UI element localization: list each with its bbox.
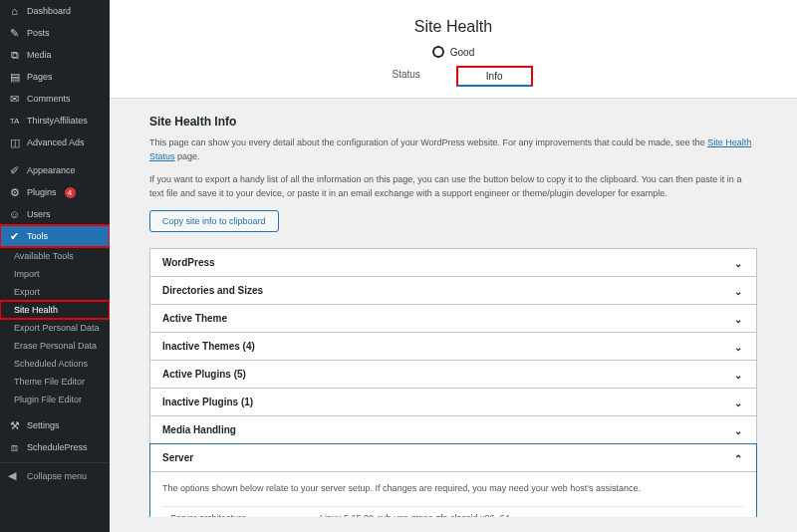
chevron-down-icon: ⌄: [734, 370, 744, 380]
gear-icon: ⚒: [8, 419, 21, 432]
menu-pages[interactable]: ▤Pages: [0, 66, 110, 88]
sub-export[interactable]: Export: [0, 283, 110, 301]
sub-erase-personal[interactable]: Erase Personal Data: [0, 337, 110, 355]
row-server-arch: Server architectureLinux 5.15.80-ovh-vps…: [162, 506, 744, 517]
server-table: Server architectureLinux 5.15.80-ovh-vps…: [162, 506, 744, 518]
chevron-down-icon: ⌄: [734, 258, 744, 268]
collapse-menu[interactable]: ◀Collapse menu: [0, 462, 110, 488]
pin-icon: ✎: [8, 27, 21, 40]
intro-p2: If you want to export a handy list of al…: [149, 173, 757, 200]
chevron-up-icon: ⌃: [734, 453, 744, 463]
menu-plugins[interactable]: ⚙Plugins4: [0, 181, 110, 203]
chevron-down-icon: ⌄: [734, 342, 744, 352]
calendar-icon: ⧈: [8, 441, 21, 454]
tab-status[interactable]: Status: [374, 64, 437, 88]
server-desc: The options shown below relate to your s…: [162, 482, 744, 496]
sub-theme-editor[interactable]: Theme File Editor: [0, 373, 110, 391]
chevron-down-icon: ⌄: [734, 425, 744, 435]
sub-plugin-editor[interactable]: Plugin File Editor: [0, 391, 110, 408]
health-circle-icon: [432, 46, 444, 58]
sub-scheduled-actions[interactable]: Scheduled Actions: [0, 355, 110, 373]
sub-available-tools[interactable]: Available Tools: [0, 247, 110, 265]
sub-site-health[interactable]: Site Health: [0, 301, 110, 319]
menu-dashboard[interactable]: ⌂Dashboard: [0, 0, 110, 22]
ads-icon: ◫: [8, 136, 21, 149]
body: Site Health Info This page can show you …: [110, 99, 797, 517]
menu-settings[interactable]: ⚒Settings: [0, 414, 110, 436]
wrench-icon: ✔: [8, 230, 21, 243]
section-heading: Site Health Info: [149, 115, 757, 129]
brush-icon: ✐: [8, 164, 21, 177]
main-content: Site Health Good Status Info Site Health…: [110, 0, 797, 532]
menu-comments[interactable]: ✉Comments: [0, 88, 110, 110]
page-icon: ▤: [8, 71, 21, 84]
acc-server: Server⌃ The options shown below relate t…: [149, 443, 757, 517]
media-icon: ⧉: [8, 49, 21, 62]
acc-inactive-plugins[interactable]: Inactive Plugins (1)⌄: [149, 388, 757, 416]
dashboard-icon: ⌂: [8, 5, 21, 18]
tab-info[interactable]: Info: [456, 66, 533, 87]
menu-schedulepress[interactable]: ⧈SchedulePress: [0, 436, 110, 458]
menu-users[interactable]: ☺Users: [0, 203, 110, 225]
menu-media[interactable]: ⧉Media: [0, 44, 110, 66]
sub-import[interactable]: Import: [0, 265, 110, 283]
admin-sidebar: ⌂Dashboard ✎Posts ⧉Media ▤Pages ✉Comment…: [0, 0, 110, 532]
chevron-down-icon: ⌄: [734, 286, 744, 296]
comment-icon: ✉: [8, 93, 21, 106]
chevron-down-icon: ⌄: [734, 314, 744, 324]
acc-directories[interactable]: Directories and Sizes⌄: [149, 276, 757, 305]
sub-export-personal[interactable]: Export Personal Data: [0, 319, 110, 337]
acc-active-theme[interactable]: Active Theme⌄: [149, 304, 757, 333]
copy-site-info-button[interactable]: Copy site info to clipboard: [149, 210, 279, 232]
acc-wordpress[interactable]: WordPress⌄: [149, 248, 757, 277]
page-title: Site Health: [110, 18, 797, 36]
plugins-badge: 4: [65, 187, 76, 198]
collapse-icon: ◀: [8, 469, 21, 482]
acc-active-plugins[interactable]: Active Plugins (5)⌄: [149, 360, 757, 389]
acc-server-head[interactable]: Server⌃: [150, 444, 756, 471]
intro-p1: This page can show you every detail abou…: [149, 136, 757, 163]
ta-icon: TA: [8, 115, 21, 128]
chevron-down-icon: ⌄: [734, 398, 744, 407]
site-health-header: Site Health Good Status Info: [110, 0, 797, 99]
menu-appearance[interactable]: ✐Appearance: [0, 159, 110, 181]
menu-tools[interactable]: ✔Tools: [0, 225, 110, 247]
acc-inactive-themes[interactable]: Inactive Themes (4)⌄: [149, 332, 757, 361]
menu-posts[interactable]: ✎Posts: [0, 22, 110, 44]
user-icon: ☺: [8, 208, 21, 221]
health-status: Good: [110, 46, 797, 58]
plug-icon: ⚙: [8, 186, 21, 199]
tabs: Status Info: [110, 64, 797, 88]
menu-advanced-ads[interactable]: ◫Advanced Ads: [0, 132, 110, 153]
menu-thirstyaffiliates[interactable]: TAThirstyAffiliates: [0, 110, 110, 132]
acc-media-handling[interactable]: Media Handling⌄: [149, 415, 757, 444]
acc-server-body: The options shown below relate to your s…: [150, 471, 756, 517]
